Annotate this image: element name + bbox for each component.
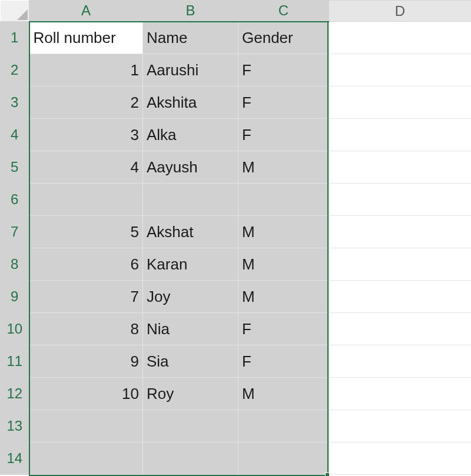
select-all-corner[interactable]: [1, 1, 29, 22]
cell-A6[interactable]: [29, 184, 143, 216]
cell-D4[interactable]: [329, 119, 472, 151]
row-header-9[interactable]: 9: [1, 281, 29, 313]
cell-B11[interactable]: Sia: [143, 345, 238, 378]
cell-C4[interactable]: F: [238, 119, 329, 151]
table-row: 13: [1, 410, 472, 442]
cell-C11[interactable]: F: [238, 345, 329, 378]
column-header-row: A B C D: [1, 1, 472, 22]
cell-D12[interactable]: [329, 378, 472, 410]
row-header-6[interactable]: 6: [1, 184, 29, 216]
cell-B13[interactable]: [143, 410, 238, 442]
row-header-10[interactable]: 10: [1, 313, 29, 345]
cell-C14[interactable]: [238, 442, 329, 475]
cell-C1[interactable]: Gender: [238, 22, 329, 54]
cell-A3[interactable]: 2: [29, 86, 143, 119]
cell-A8[interactable]: 6: [29, 248, 143, 281]
cell-B5[interactable]: Aayush: [143, 151, 238, 184]
cell-A1[interactable]: Roll number: [29, 22, 143, 54]
cell-D8[interactable]: [329, 248, 472, 281]
cell-D7[interactable]: [329, 216, 472, 248]
cell-D3[interactable]: [329, 86, 472, 119]
cell-C5[interactable]: M: [238, 151, 329, 184]
table-row: 2 1 Aarushi F: [1, 54, 472, 86]
cell-A4[interactable]: 3: [29, 119, 143, 151]
cell-B14[interactable]: [143, 442, 238, 475]
table-row: 3 2 Akshita F: [1, 86, 472, 119]
cell-B9[interactable]: Joy: [143, 281, 238, 313]
table-row: 1 Roll number Name Gender: [1, 22, 472, 54]
cell-D10[interactable]: [329, 313, 472, 345]
cell-A7[interactable]: 5: [29, 216, 143, 248]
row-header-1[interactable]: 1: [1, 22, 29, 54]
table-row: 10 8 Nia F: [1, 313, 472, 345]
cell-C13[interactable]: [238, 410, 329, 442]
row-header-4[interactable]: 4: [1, 119, 29, 151]
cell-B8[interactable]: Karan: [143, 248, 238, 281]
cell-C10[interactable]: F: [238, 313, 329, 345]
cell-C2[interactable]: F: [238, 54, 329, 86]
cell-A13[interactable]: [29, 410, 143, 442]
select-all-triangle-icon: [17, 9, 28, 20]
cell-B3[interactable]: Akshita: [143, 86, 238, 119]
cell-D5[interactable]: [329, 151, 472, 184]
cell-B12[interactable]: Roy: [143, 378, 238, 410]
cell-D1[interactable]: [329, 22, 472, 54]
cell-B4[interactable]: Alka: [143, 119, 238, 151]
cell-A14[interactable]: [29, 442, 143, 475]
cell-C8[interactable]: M: [238, 248, 329, 281]
cell-B1[interactable]: Name: [143, 22, 238, 54]
row-header-14[interactable]: 14: [1, 442, 29, 475]
cell-A9[interactable]: 7: [29, 281, 143, 313]
cell-C9[interactable]: M: [238, 281, 329, 313]
col-header-B[interactable]: B: [143, 1, 238, 22]
table-row: 5 4 Aayush M: [1, 151, 472, 184]
cell-A2[interactable]: 1: [29, 54, 143, 86]
cell-B2[interactable]: Aarushi: [143, 54, 238, 86]
cell-D11[interactable]: [329, 345, 472, 378]
col-header-D[interactable]: D: [329, 1, 472, 22]
table-row: 11 9 Sia F: [1, 345, 472, 378]
table-row: 14: [1, 442, 472, 475]
spreadsheet-grid[interactable]: A B C D 1 Roll number Name Gender 2 1 Aa…: [0, 0, 471, 475]
table-row: 8 6 Karan M: [1, 248, 472, 281]
cell-A12[interactable]: 10: [29, 378, 143, 410]
cell-C3[interactable]: F: [238, 86, 329, 119]
cell-C6[interactable]: [238, 184, 329, 216]
cell-D2[interactable]: [329, 54, 472, 86]
cell-B7[interactable]: Akshat: [143, 216, 238, 248]
row-header-11[interactable]: 11: [1, 345, 29, 378]
cell-D6[interactable]: [329, 184, 472, 216]
cell-A11[interactable]: 9: [29, 345, 143, 378]
spreadsheet-viewport: A B C D 1 Roll number Name Gender 2 1 Aa…: [0, 0, 471, 476]
table-row: 6: [1, 184, 472, 216]
cell-C12[interactable]: M: [238, 378, 329, 410]
row-header-7[interactable]: 7: [1, 216, 29, 248]
cell-A10[interactable]: 8: [29, 313, 143, 345]
row-header-5[interactable]: 5: [1, 151, 29, 184]
cell-B6[interactable]: [143, 184, 238, 216]
table-row: 7 5 Akshat M: [1, 216, 472, 248]
cell-D9[interactable]: [329, 281, 472, 313]
cell-A5[interactable]: 4: [29, 151, 143, 184]
table-row: 9 7 Joy M: [1, 281, 472, 313]
table-row: 12 10 Roy M: [1, 378, 472, 410]
row-header-8[interactable]: 8: [1, 248, 29, 281]
cell-D14[interactable]: [329, 442, 472, 475]
svg-marker-0: [17, 9, 28, 20]
cell-D13[interactable]: [329, 410, 472, 442]
col-header-C[interactable]: C: [238, 1, 329, 22]
table-row: 4 3 Alka F: [1, 119, 472, 151]
row-header-2[interactable]: 2: [1, 54, 29, 86]
cell-B10[interactable]: Nia: [143, 313, 238, 345]
col-header-A[interactable]: A: [29, 1, 143, 22]
row-header-12[interactable]: 12: [1, 378, 29, 410]
row-header-13[interactable]: 13: [1, 410, 29, 442]
cell-C7[interactable]: M: [238, 216, 329, 248]
row-header-3[interactable]: 3: [1, 86, 29, 119]
